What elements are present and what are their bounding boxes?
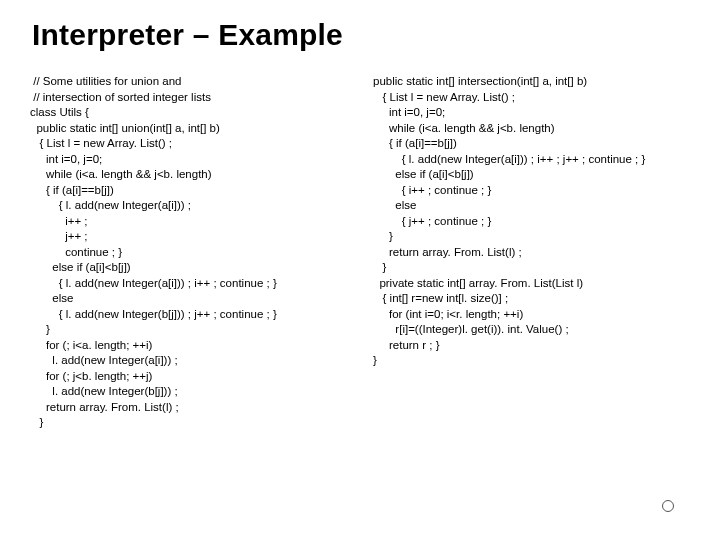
bullet-icon — [662, 500, 674, 512]
code-columns: // Some utilities for union and // inter… — [30, 74, 690, 431]
code-right-column: public static int[] intersection(int[] a… — [373, 74, 690, 431]
code-left-column: // Some utilities for union and // inter… — [30, 74, 347, 431]
slide: Interpreter – Example // Some utilities … — [0, 0, 720, 540]
slide-title: Interpreter – Example — [32, 18, 690, 52]
